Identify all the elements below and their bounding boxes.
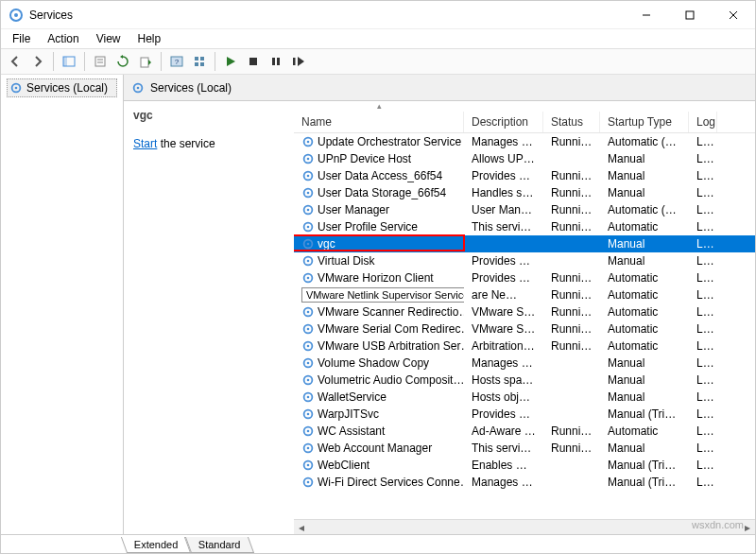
tab-standard[interactable]: Standard (185, 537, 254, 553)
refresh-button[interactable] (112, 51, 133, 72)
service-row[interactable]: Web Account ManagerThis service …Running… (294, 440, 755, 457)
gear-icon (301, 271, 315, 285)
help-button[interactable]: ? (166, 51, 187, 72)
svg-point-53 (307, 362, 310, 365)
menu-file[interactable]: File (5, 30, 38, 47)
forward-button[interactable] (27, 51, 48, 72)
gear-icon (301, 135, 315, 148)
svg-point-27 (307, 141, 310, 144)
horizontal-scrollbar[interactable]: ◂ ▸ (294, 519, 755, 534)
svg-point-23 (15, 87, 18, 90)
service-row[interactable]: WebClientEnables Win…Manual (Trig…Loc (294, 457, 755, 474)
restart-service-button[interactable] (288, 51, 309, 72)
service-row[interactable]: WarpJITSvcProvides a JI…Manual (Trig…Loc (294, 406, 755, 423)
gear-icon (131, 81, 145, 95)
gear-icon (301, 169, 315, 182)
svg-point-29 (307, 158, 310, 161)
gear-icon (301, 356, 315, 370)
gear-icon (301, 390, 315, 404)
col-name[interactable]: Name (294, 112, 464, 132)
svg-point-49 (307, 328, 310, 331)
svg-point-61 (307, 430, 310, 433)
content-pane: Services (Local) vgc Start the service ▴… (124, 75, 755, 534)
col-logon[interactable]: Log (689, 112, 717, 132)
gear-icon (301, 203, 315, 216)
svg-point-67 (307, 481, 310, 484)
service-row[interactable]: User Profile ServiceThis service …Runnin… (294, 218, 755, 235)
service-row[interactable]: VMware USB Arbitration Ser…Arbitration …… (294, 338, 755, 355)
gear-icon (301, 441, 315, 455)
svg-rect-16 (195, 62, 198, 66)
gear-icon (301, 220, 315, 234)
close-button[interactable] (712, 1, 755, 29)
service-row[interactable]: WalletServiceHosts objec…ManualLoc (294, 389, 755, 406)
service-row[interactable]: VMware Horizon ClientProvides Ho…Running… (294, 269, 755, 286)
tooltip: VMware Netlink Supervisor Service (301, 287, 464, 303)
scroll-left-icon[interactable]: ◂ (294, 520, 309, 535)
services-grid: ▴ Name Description Status Startup Type L… (294, 101, 755, 534)
gear-icon (301, 152, 315, 165)
col-startup[interactable]: Startup Type (600, 112, 689, 132)
col-desc[interactable]: Description (464, 112, 543, 132)
watermark: wsxdn.com (692, 519, 744, 530)
tab-extended[interactable]: Extended (121, 537, 192, 553)
service-action-line: Start the service (133, 137, 284, 150)
svg-point-63 (307, 447, 310, 450)
tree-node-services-local[interactable]: Services (Local) (7, 78, 117, 97)
back-button[interactable] (5, 51, 26, 72)
service-row[interactable]: VMware Scanner Redirectio…VMware Sca…Run… (294, 303, 755, 320)
title-bar: Services (1, 1, 755, 29)
services-app-icon (9, 8, 24, 23)
service-row[interactable]: WC AssistantAd-Aware …RunningAutomaticLo… (294, 423, 755, 440)
svg-point-43 (307, 277, 310, 280)
start-service-button[interactable] (220, 51, 241, 72)
svg-rect-3 (686, 11, 694, 19)
svg-rect-7 (63, 57, 67, 66)
start-service-link[interactable]: Start (133, 137, 157, 150)
gear-icon (301, 322, 315, 336)
service-row[interactable]: User Data Storage_66f54Handles sto…Runni… (294, 184, 755, 201)
service-row[interactable]: vgcManualLoc (294, 235, 755, 252)
minimize-button[interactable] (625, 1, 668, 29)
svg-rect-19 (272, 58, 275, 65)
service-row[interactable]: VMware Serial Com Redirec…VMware Ser…Run… (294, 320, 755, 338)
service-row[interactable]: UPnP Device HostAllows UPn…ManualLoc (294, 150, 755, 167)
svg-rect-15 (200, 57, 204, 61)
gear-icon (301, 339, 315, 353)
gear-icon (301, 476, 315, 489)
service-row[interactable]: User Data Access_66f54Provides ap…Runnin… (294, 167, 755, 184)
menu-help[interactable]: Help (130, 30, 169, 47)
svg-rect-18 (249, 58, 257, 65)
svg-rect-20 (277, 58, 280, 65)
grid-body[interactable]: Update Orchestrator ServiceManages W…Run… (294, 133, 755, 519)
stop-service-button[interactable] (243, 51, 264, 72)
service-row[interactable]: VMware Netlink Supervisor Serviceare Ne…… (294, 286, 755, 303)
svg-point-55 (307, 379, 310, 382)
gear-icon (301, 373, 315, 387)
gear-icon (301, 186, 315, 199)
service-row[interactable]: Volumetric Audio Composit…Hosts spatia…M… (294, 372, 755, 389)
properties-button[interactable] (90, 51, 111, 72)
gear-icon (9, 81, 23, 95)
service-row[interactable]: Virtual DiskProvides m…ManualLoc (294, 252, 755, 269)
gear-icon (301, 424, 315, 438)
svg-text:?: ? (175, 58, 180, 66)
col-status[interactable]: Status (543, 112, 600, 132)
gear-icon (301, 237, 315, 251)
export-button[interactable] (135, 51, 156, 72)
svg-point-65 (307, 464, 310, 467)
show-hide-tree-button[interactable] (59, 51, 79, 72)
service-row[interactable]: Volume Shadow CopyManages an…ManualLoc (294, 355, 755, 372)
service-row[interactable]: User ManagerUser Manag…RunningAutomatic … (294, 201, 755, 218)
service-row[interactable]: Update Orchestrator ServiceManages W…Run… (294, 133, 755, 150)
maximize-button[interactable] (668, 1, 712, 29)
pause-service-button[interactable] (266, 51, 286, 72)
window-title: Services (29, 9, 625, 22)
svg-point-41 (307, 260, 310, 263)
view-mode-button[interactable] (189, 51, 210, 72)
svg-point-33 (307, 192, 310, 195)
service-row[interactable]: Wi-Fi Direct Services Conne…Manages co…M… (294, 474, 755, 491)
svg-point-25 (137, 86, 140, 89)
menu-view[interactable]: View (89, 30, 129, 47)
menu-action[interactable]: Action (40, 30, 86, 47)
